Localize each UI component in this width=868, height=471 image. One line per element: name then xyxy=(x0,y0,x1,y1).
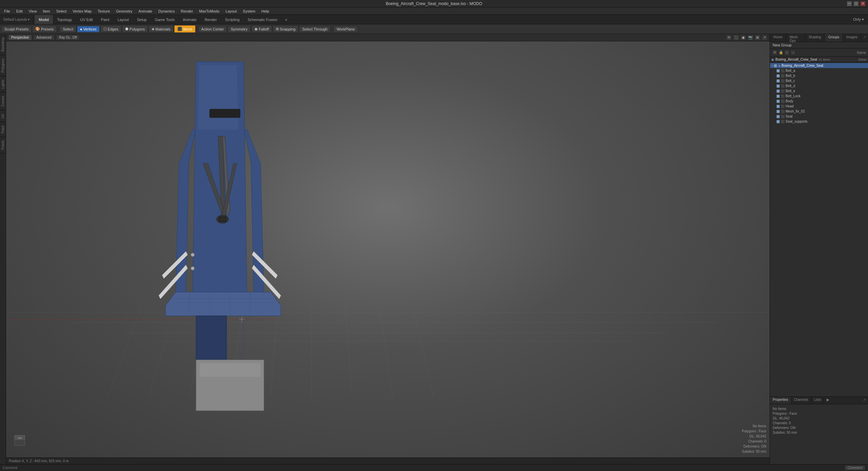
comment-input[interactable] xyxy=(3,466,845,470)
minimize-button[interactable]: ─ xyxy=(847,1,852,6)
menu-maxto-modo[interactable]: MaxToModo xyxy=(196,8,222,14)
scene-action-remove[interactable]: − xyxy=(790,50,796,55)
viewport-icon-2[interactable]: ⬛ xyxy=(733,35,739,41)
menu-item[interactable]: Item xyxy=(40,8,53,14)
falloff-button[interactable]: ◉ Falloff xyxy=(251,25,272,33)
polygons-button[interactable]: ⬟ Polygons xyxy=(122,25,148,33)
tab-animate[interactable]: Animate xyxy=(179,15,200,24)
tab-layout[interactable]: Layout xyxy=(114,15,133,24)
tree-check-12[interactable] xyxy=(776,120,780,123)
menu-dynamics[interactable]: Dynamics xyxy=(156,8,177,14)
tree-item-boeing-seat[interactable]: ▾ ◈ Boeing_Aircraft_Crew_Seat xyxy=(770,63,868,68)
edges-button[interactable]: ⬡ Edges xyxy=(100,25,121,33)
rp-tab-images[interactable]: Images xyxy=(843,34,861,42)
tree-check-6[interactable] xyxy=(776,89,780,93)
sidebar-tab-uv[interactable]: UV xyxy=(0,110,6,122)
scene-action-eye[interactable]: 👁 xyxy=(772,50,777,55)
tree-check-3[interactable] xyxy=(776,74,780,78)
materials-button[interactable]: ◈ Materials xyxy=(149,25,174,33)
rp-tab-shading[interactable]: Shading xyxy=(805,34,825,42)
action-center-button[interactable]: Action Center xyxy=(198,26,227,33)
advanced-button[interactable]: Advanced xyxy=(33,35,54,40)
symmetry-button[interactable]: Symmetry xyxy=(228,26,251,33)
tree-check-2[interactable] xyxy=(776,69,780,73)
vertices-button[interactable]: ● Vertices xyxy=(77,26,100,33)
close-button[interactable]: ✕ xyxy=(861,1,865,6)
sidebar-tab-paint[interactable]: Paint xyxy=(0,122,6,137)
rpb-arrow-button[interactable]: ▶ xyxy=(825,397,831,404)
comment-button[interactable]: Comment xyxy=(845,465,865,470)
scene-root-row[interactable]: ◉ Boeing_Aircraft_Crew_Seat 21 items Dri… xyxy=(770,57,868,62)
viewport-icon-3[interactable]: ◉ xyxy=(740,35,746,41)
maximize-button[interactable]: □ xyxy=(854,1,859,6)
viewport-fullscreen-button[interactable]: ↗ xyxy=(761,35,768,41)
tree-check-7[interactable] xyxy=(776,95,780,98)
tree-check-4[interactable] xyxy=(776,79,780,83)
rpb-tab-lists[interactable]: Lists xyxy=(811,397,824,404)
rp-tab-groups[interactable]: Groups xyxy=(825,34,843,42)
menu-vertex-map[interactable]: Vertex Map xyxy=(70,8,94,14)
tree-check-5[interactable] xyxy=(776,84,780,88)
select-through-button[interactable]: Select Through xyxy=(299,26,330,33)
snapping-button[interactable]: ⊞ Snapping xyxy=(273,25,299,33)
viewport-icon-1[interactable]: ⟳ xyxy=(726,35,732,41)
view-cube[interactable]: TOP xyxy=(13,434,26,447)
tab-render[interactable]: Render xyxy=(200,15,221,24)
tree-item-belt-b[interactable]: ⬛ Belt_b xyxy=(770,73,868,78)
rp-tab-mesh-ops[interactable]: Mesh Ops xyxy=(786,34,805,42)
tab-topology[interactable]: Topology xyxy=(53,15,76,24)
items-button[interactable]: ⬛ Items xyxy=(174,25,195,33)
tab-scripting[interactable]: Scripting xyxy=(221,15,244,24)
tree-item-belt-d[interactable]: ⬛ Belt_d xyxy=(770,83,868,88)
tree-item-belt-c[interactable]: ⬛ Belt_c xyxy=(770,78,868,83)
menu-edit[interactable]: Edit xyxy=(14,8,25,14)
menu-geometry[interactable]: Geometry xyxy=(113,8,135,14)
viewport-canvas[interactable]: TOP No Items Polygons : Face GL: 40,042 … xyxy=(6,41,770,457)
tree-item-head[interactable]: ⬛ Head xyxy=(770,104,868,109)
tab-schematic-fusion[interactable]: Schematic Fusion xyxy=(244,15,281,24)
tree-check-11[interactable] xyxy=(776,115,780,118)
tree-item-mesh-fix[interactable]: ⬛ Mesh_fix_02 xyxy=(770,109,868,114)
tab-model[interactable]: Model xyxy=(35,15,53,24)
add-tab-button[interactable]: + xyxy=(283,17,290,22)
sidebar-tab-backdrop[interactable]: Backdrop xyxy=(0,34,6,55)
perspective-button[interactable]: Perspective xyxy=(8,35,32,40)
menu-system[interactable]: System xyxy=(240,8,258,14)
rp-tab-home[interactable]: Home xyxy=(770,34,786,42)
tab-paint[interactable]: Paint xyxy=(97,15,114,24)
menu-view[interactable]: View xyxy=(26,8,40,14)
tree-item-body[interactable]: ⬛ Body xyxy=(770,99,868,104)
sculpt-presets-button[interactable]: Sculpt Presets xyxy=(1,26,32,33)
viewport-icon-4[interactable]: 📷 xyxy=(747,35,753,41)
menu-select[interactable]: Select xyxy=(54,8,70,14)
tab-game-tools[interactable]: Game Tools xyxy=(151,15,179,24)
sidebar-tab-polygons[interactable]: Polygons xyxy=(0,55,6,76)
viewport-icon-5[interactable]: ⊞ xyxy=(754,35,760,41)
layout-dropdown[interactable]: Default Layouts ▾ xyxy=(1,18,32,21)
ray-gl-button[interactable]: Ray GL: Off xyxy=(56,35,80,40)
select-button[interactable]: Select xyxy=(60,26,76,33)
tree-item-seat-supports[interactable]: ⬛ Seat_supports xyxy=(770,119,868,124)
rpb-expand-button[interactable]: ↗ xyxy=(861,397,868,404)
menu-help[interactable]: Help xyxy=(259,8,272,14)
tree-item-seat[interactable]: ⬛ Seat xyxy=(770,114,868,119)
tree-item-belt-lock[interactable]: ⬛ Belt_Lock xyxy=(770,94,868,99)
tree-item-belt-a[interactable]: ⬛ Belt_a xyxy=(770,68,868,73)
tree-item-belt-e[interactable]: ⬛ Belt_e xyxy=(770,88,868,94)
rpb-tab-properties[interactable]: Properties xyxy=(770,397,791,404)
sidebar-tab-points[interactable]: Points xyxy=(0,137,6,153)
rpb-tab-channels[interactable]: Channels xyxy=(791,397,811,404)
tab-setup[interactable]: Setup xyxy=(133,15,151,24)
scene-action-add[interactable]: + xyxy=(784,50,790,55)
tree-check-1[interactable] xyxy=(774,64,777,67)
presets-button[interactable]: 🎨 Presets xyxy=(32,25,57,33)
tree-check-8[interactable] xyxy=(776,100,780,103)
scene-action-lock[interactable]: 🔒 xyxy=(778,50,784,55)
menu-texture[interactable]: Texture xyxy=(95,8,113,14)
menu-layout[interactable]: Layout xyxy=(223,8,239,14)
rp-expand-button[interactable]: ↗ xyxy=(861,34,868,42)
sidebar-tab-curves[interactable]: Curves xyxy=(0,93,6,110)
menu-animate[interactable]: Animate xyxy=(136,8,155,14)
sidebar-tab-lights[interactable]: Lights xyxy=(0,76,6,93)
tab-uv-edit[interactable]: UV Edit xyxy=(76,15,97,24)
